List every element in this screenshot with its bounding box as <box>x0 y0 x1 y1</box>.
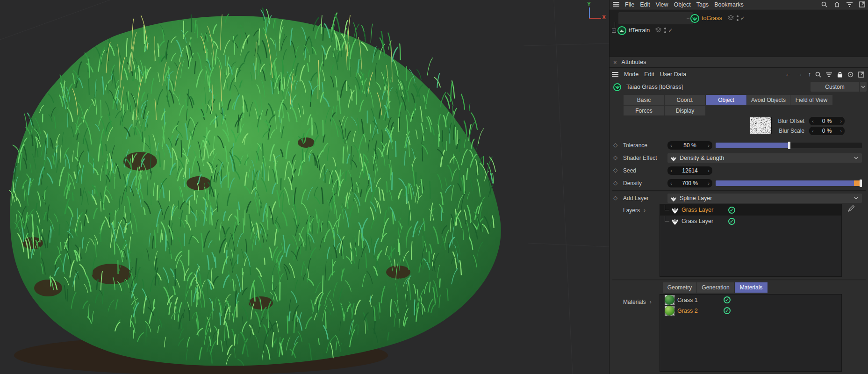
search-icon[interactable] <box>821 1 828 8</box>
layer-tag-icon[interactable] <box>728 15 734 22</box>
material-tabs: Geometry Generation Materials <box>663 282 768 293</box>
chevron-right-icon[interactable]: › <box>650 299 652 305</box>
attr-menu-userdata[interactable]: User Data <box>660 71 686 78</box>
spinner-right-icon[interactable]: › <box>837 128 845 134</box>
attr-menu-edit[interactable]: Edit <box>644 71 654 78</box>
param-diamond-icon[interactable]: ◇ <box>613 180 617 186</box>
param-diamond-icon[interactable]: ◇ <box>613 167 617 173</box>
spinner-left-icon[interactable]: ‹ <box>809 118 817 124</box>
density-input[interactable]: ‹ 700 % › <box>667 179 712 187</box>
target-icon[interactable] <box>847 71 854 78</box>
tab-forces[interactable]: Forces <box>624 106 664 115</box>
viewport-3d[interactable]: Y X <box>0 0 609 374</box>
layers-label: Layers› <box>623 207 646 214</box>
lock-icon[interactable] <box>836 71 843 78</box>
object-row-tfterrain[interactable]: + tfTerrain ✓ <box>612 24 673 36</box>
chevron-right-icon[interactable]: › <box>644 207 646 214</box>
menu-object[interactable]: Object <box>674 1 691 8</box>
grass-layer-icon <box>671 207 679 214</box>
param-add-layer: ◇ Add Layer Spline Layer <box>610 194 868 202</box>
param-diamond-icon[interactable]: ◇ <box>613 194 617 201</box>
layer-enabled-check-icon[interactable]: ✓ <box>728 207 735 214</box>
density-slider-handle[interactable] <box>860 180 862 187</box>
grass-tuft-icon <box>670 155 677 161</box>
tab-generation[interactable]: Generation <box>697 282 734 293</box>
shader-effect-dropdown[interactable]: Density & Length <box>667 153 862 163</box>
tab-geometry[interactable]: Geometry <box>663 282 696 293</box>
param-label: Density <box>623 180 642 187</box>
seed-input[interactable]: ‹ 12614 › <box>667 166 712 175</box>
material-row[interactable]: Grass 2 ✓ <box>660 305 841 316</box>
visibility-dots-icon[interactable] <box>664 28 666 33</box>
spinner-left-icon[interactable]: ‹ <box>809 128 817 134</box>
attributes-toolbar: Mode Edit User Data ← → ↑ <box>610 68 868 80</box>
material-enabled-check-icon[interactable]: ✓ <box>724 307 731 314</box>
layer-enabled-check-icon[interactable]: ✓ <box>728 218 735 225</box>
material-enabled-check-icon[interactable]: ✓ <box>724 296 731 303</box>
material-row[interactable]: Grass 1 ✓ <box>660 295 841 305</box>
visibility-dots-icon[interactable] <box>737 15 739 21</box>
blur-offset-input[interactable]: ‹ 0 % › <box>809 117 845 125</box>
tolerance-slider[interactable] <box>716 143 862 148</box>
close-icon[interactable]: × <box>613 59 617 66</box>
search-icon[interactable] <box>815 71 822 78</box>
forward-arrow-icon[interactable]: → <box>796 71 803 78</box>
home-icon[interactable] <box>833 1 840 8</box>
layer-tag-icon[interactable] <box>655 27 661 34</box>
blur-scale-input[interactable]: ‹ 0 % › <box>809 127 845 135</box>
tab-materials[interactable]: Materials <box>735 282 768 293</box>
object-row-tograss[interactable]: toGrass ✓ <box>612 12 745 24</box>
tab-avoid-objects[interactable]: Avoid Objects <box>747 95 790 105</box>
popout-icon[interactable] <box>858 71 865 78</box>
menu-tags[interactable]: Tags <box>696 1 709 8</box>
density-slider[interactable] <box>716 180 862 186</box>
param-seed: ◇ Seed ‹ 12614 › <box>610 166 868 175</box>
object-name: tfTerrain <box>629 27 650 34</box>
preset-dropdown[interactable]: Custom <box>811 82 867 92</box>
layer-row[interactable]: Grass Layer ✓ <box>660 204 841 216</box>
param-diamond-icon[interactable]: ◇ <box>613 154 617 161</box>
filter-icon[interactable] <box>846 1 853 8</box>
object-manager: toGrass ✓ + tfTerrain ✓ <box>610 10 868 57</box>
hamburger-menu-icon[interactable] <box>611 71 618 78</box>
menu-edit[interactable]: Edit <box>640 1 650 8</box>
pencil-edit-icon[interactable] <box>847 205 855 212</box>
back-arrow-icon[interactable]: ← <box>785 71 791 78</box>
menu-file[interactable]: File <box>625 1 634 8</box>
enabled-check-icon[interactable]: ✓ <box>740 15 745 22</box>
material-thumbnail[interactable] <box>665 295 674 305</box>
selection-highlight <box>618 12 693 24</box>
up-arrow-icon[interactable]: ↑ <box>808 71 811 78</box>
menu-view[interactable]: View <box>656 1 668 8</box>
tab-coord[interactable]: Coord. <box>665 95 705 105</box>
enabled-check-icon[interactable]: ✓ <box>668 27 673 34</box>
layer-row[interactable]: Grass Layer ✓ <box>660 216 841 227</box>
attributes-panel-header: × Attributes <box>610 57 868 68</box>
tolerance-input[interactable]: ‹ 50 % › <box>667 141 712 150</box>
grass-object-icon <box>613 83 621 91</box>
param-diamond-icon[interactable]: ◇ <box>613 142 617 148</box>
hamburger-menu-icon[interactable] <box>612 1 619 8</box>
chevron-down-icon <box>859 82 867 92</box>
axis-x-label: X <box>602 14 606 21</box>
spinner-right-icon[interactable]: › <box>705 143 712 148</box>
spinner-left-icon[interactable]: ‹ <box>667 180 675 186</box>
popout-icon[interactable] <box>859 1 866 8</box>
spinner-left-icon[interactable]: ‹ <box>667 168 675 173</box>
expand-icon[interactable]: + <box>612 29 616 33</box>
tab-basic[interactable]: Basic <box>624 95 664 105</box>
tab-object[interactable]: Object <box>706 95 746 105</box>
tolerance-slider-handle[interactable] <box>788 142 790 149</box>
menu-bookmarks[interactable]: Bookmarks <box>714 1 744 8</box>
tab-field-of-view[interactable]: Field of View <box>790 95 832 105</box>
material-thumbnail[interactable] <box>665 306 674 316</box>
attr-menu-mode[interactable]: Mode <box>624 71 638 78</box>
spinner-left-icon[interactable]: ‹ <box>667 143 675 148</box>
param-density: ◇ Density ‹ 700 % › <box>610 179 868 187</box>
add-layer-dropdown[interactable]: Spline Layer <box>667 194 862 203</box>
tab-display[interactable]: Display <box>665 106 705 115</box>
spinner-right-icon[interactable]: › <box>705 168 712 173</box>
spinner-right-icon[interactable]: › <box>705 180 712 186</box>
filter-icon[interactable] <box>825 71 832 78</box>
spinner-right-icon[interactable]: › <box>837 118 845 124</box>
